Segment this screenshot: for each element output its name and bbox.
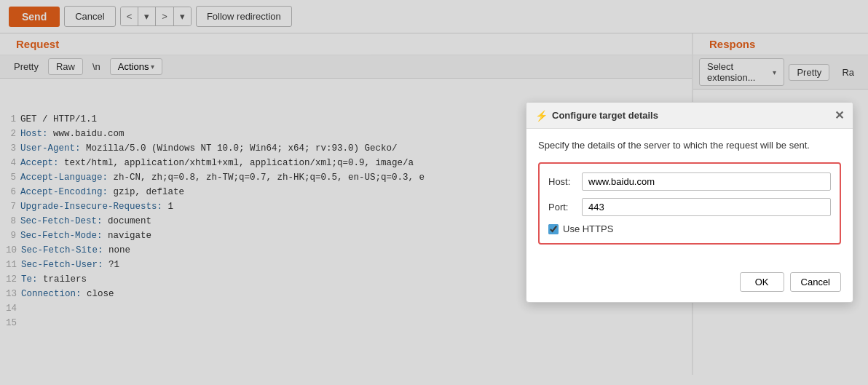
- modal-footer: OK Cancel: [526, 266, 853, 302]
- port-row: Port:: [548, 198, 831, 216]
- lightning-icon: ⚡: [535, 110, 548, 122]
- ok-button[interactable]: OK: [740, 272, 784, 292]
- modal-overlay: ⚡ Configure target details ✕ Specify the…: [0, 0, 868, 375]
- port-label: Port:: [548, 202, 576, 213]
- https-label: Use HTTPS: [563, 223, 613, 234]
- modal-close-button[interactable]: ✕: [835, 108, 844, 122]
- modal-form: Host: Port: Use HTTPS: [538, 162, 841, 245]
- configure-target-modal: ⚡ Configure target details ✕ Specify the…: [526, 102, 853, 303]
- modal-body: Specify the details of the server to whi…: [526, 129, 853, 266]
- modal-title: ⚡ Configure target details: [535, 110, 658, 122]
- host-label: Host:: [548, 176, 576, 187]
- modal-cancel-button[interactable]: Cancel: [790, 272, 841, 292]
- https-checkbox[interactable]: [548, 224, 559, 234]
- host-row: Host:: [548, 172, 831, 191]
- host-input[interactable]: [582, 172, 831, 191]
- modal-title-text: Configure target details: [552, 110, 658, 121]
- https-row: Use HTTPS: [548, 223, 831, 234]
- modal-description: Specify the details of the server to whi…: [538, 139, 841, 152]
- modal-title-bar: ⚡ Configure target details ✕: [526, 103, 853, 129]
- port-input[interactable]: [582, 198, 831, 216]
